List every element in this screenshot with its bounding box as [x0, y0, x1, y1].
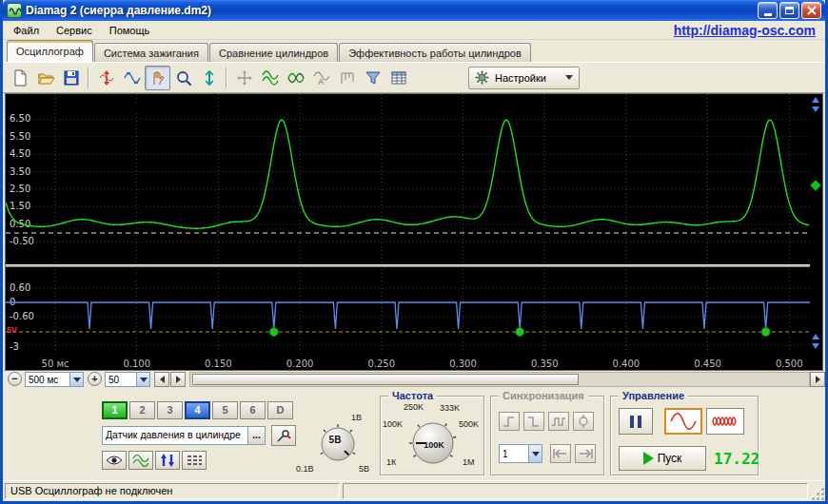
probe-config-button[interactable] [271, 425, 296, 446]
open-file-button[interactable] [32, 66, 58, 90]
scrollbar-thumb[interactable] [192, 374, 579, 385]
waves-overlay-button[interactable] [257, 66, 283, 90]
sensor-browse-button[interactable]: ... [247, 427, 265, 444]
sync-shift-left-button[interactable] [550, 444, 571, 463]
volt-knob[interactable]: 5В [315, 420, 361, 466]
pause-icon [638, 416, 641, 428]
svg-text:-0.50: -0.50 [10, 236, 34, 246]
menu-service[interactable]: Сервис [48, 23, 101, 38]
meter-button[interactable] [334, 66, 360, 90]
status-bar: USB Осциллограф не подключен [3, 480, 825, 501]
sync-rising-edge-button[interactable] [499, 412, 520, 431]
volt-knob-value: 5В [329, 435, 342, 445]
grid-lines-button[interactable] [182, 451, 207, 470]
invert-button[interactable] [155, 451, 180, 470]
svg-text:3.50: 3.50 [10, 166, 30, 177]
tab-oscilloscope[interactable]: Осциллограф [7, 40, 93, 62]
frequency-group: Частота 100K 250K 333K 500K 1К 1М 100K [380, 396, 484, 475]
chevron-down-icon [532, 452, 540, 456]
save-button[interactable] [58, 66, 84, 90]
waves-auto-button[interactable]: A [308, 66, 334, 90]
zoom-out-button[interactable]: − [8, 372, 22, 386]
channel4-label: 4 Датчик первого цилиндра [15, 271, 159, 282]
signal-amplitude-button[interactable] [93, 66, 119, 90]
visibility-button[interactable] [102, 451, 127, 470]
resize-grip[interactable] [812, 488, 824, 500]
combo-arrow[interactable] [69, 373, 83, 386]
sync-shift-right-button[interactable] [575, 444, 596, 463]
multi-wave-button[interactable] [706, 408, 744, 435]
waves-compare-icon [287, 69, 305, 87]
start-button[interactable]: Пуск [619, 446, 706, 471]
channel-button-6[interactable]: 6 [240, 401, 266, 419]
new-document-button[interactable] [7, 66, 32, 90]
oscilloscope-plot[interactable]: 6.505.504.503.502.501.500.50-0.500.600-0… [6, 94, 810, 370]
tab-cylinder-efficiency[interactable]: Эффективность работы цилиндров [339, 43, 531, 62]
channel-button-2[interactable]: 2 [129, 401, 155, 419]
sync-channel-combo[interactable]: 1 [499, 444, 542, 463]
waves-auto-icon: A [313, 69, 330, 87]
tab-cylinder-compare[interactable]: Сравнение цилиндров [209, 43, 338, 62]
move-mode-button[interactable] [231, 66, 257, 90]
website-link[interactable]: http://diamag-osc.com [674, 23, 816, 38]
timebase-combo[interactable]: 500 мс [25, 372, 84, 387]
channel-button-3[interactable]: 3 [157, 401, 183, 419]
channel-button-5[interactable]: 5 [212, 401, 238, 419]
channel1-position-marker[interactable] [810, 180, 820, 190]
combo-arrow[interactable] [136, 373, 149, 386]
probe-icon [275, 427, 292, 444]
sync-external-button[interactable] [573, 412, 594, 431]
svg-text:-0.60: -0.60 [10, 311, 34, 321]
settings-icon [475, 70, 489, 85]
combo-arrow[interactable] [528, 445, 542, 462]
save-icon [63, 69, 80, 87]
zoom-icon [175, 69, 192, 87]
step-left-button[interactable] [154, 372, 169, 387]
zoom-button[interactable] [170, 66, 196, 90]
hand-pan-button[interactable] [145, 66, 170, 90]
frequency-knob-value: 100K [424, 440, 444, 450]
scope-scroll-up2-button[interactable] [812, 334, 819, 339]
minimize-button[interactable] [758, 2, 778, 19]
zoom-in-button[interactable]: + [88, 372, 102, 386]
settings-label: Настройки [495, 72, 546, 84]
frequency-knob[interactable]: 100K [404, 414, 462, 471]
step-right-button[interactable] [170, 372, 186, 387]
sync-both-edges-button[interactable] [548, 412, 569, 431]
menu-file[interactable]: Файл [5, 23, 48, 38]
waves-compare-button[interactable] [283, 66, 308, 90]
signal-fit-button[interactable] [119, 66, 145, 90]
channel-button-4[interactable]: 4 [185, 401, 210, 419]
single-wave-button[interactable] [664, 408, 702, 435]
sync-title: Синхронизация [499, 390, 588, 401]
channel-button-1[interactable]: 1 [102, 401, 128, 419]
sync-group: Синхронизация 1 [490, 396, 604, 475]
menu-help[interactable]: Помощь [101, 23, 159, 38]
freq-label-1k: 1К [386, 457, 396, 467]
scroll-right-button[interactable] [810, 372, 825, 387]
settings-dropdown-button[interactable]: Настройки [468, 67, 580, 89]
pause-button[interactable] [619, 408, 653, 435]
maximize-button[interactable] [779, 2, 799, 19]
table-button[interactable] [385, 66, 411, 90]
scope-scroll-down-button[interactable] [812, 107, 819, 112]
signal-stretch-button[interactable] [196, 66, 222, 90]
channel1-label: 1 Датчик давления в цилиндре [15, 102, 176, 113]
sync-falling-edge-button[interactable] [523, 412, 544, 431]
spectrum-button[interactable] [128, 451, 153, 470]
tab-ignition[interactable]: Система зажигания [94, 43, 208, 62]
svg-text:0.300: 0.300 [449, 359, 477, 369]
scope-scroll-up-button[interactable] [812, 97, 819, 103]
dashed-lines-icon [186, 454, 203, 467]
scope-scroll-down2-button[interactable] [812, 343, 819, 349]
samples-combo[interactable]: 50 [105, 372, 150, 387]
filter-button[interactable] [360, 66, 385, 90]
close-button[interactable] [801, 2, 821, 19]
horizontal-scrollbar[interactable] [189, 372, 810, 387]
timebase-value: 500 мс [26, 375, 69, 385]
sensor-combo[interactable]: Датчик давления в цилиндре ... [102, 426, 266, 445]
title-bar[interactable]: Diamag 2 (сиерра давление.dm2) [3, 0, 825, 21]
channel-splitter[interactable] [6, 264, 822, 267]
start-label: Пуск [658, 452, 682, 465]
channel-button-d[interactable]: D [267, 401, 293, 419]
